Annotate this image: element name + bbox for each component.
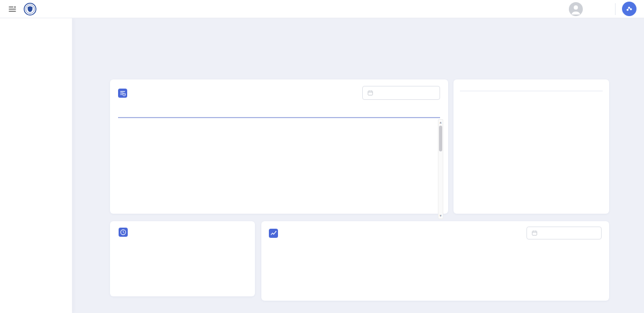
facility-tabs-underline [460, 90, 603, 91]
platform-logo-icon [24, 3, 36, 16]
top-header [0, 0, 644, 18]
calendar-icon [367, 90, 374, 96]
month-picker-input[interactable] [362, 86, 440, 100]
announcements-table: ▲ ▼ [118, 105, 440, 218]
today-panel [110, 221, 255, 296]
table-header-row [118, 105, 440, 118]
scrollbar-thumb[interactable] [439, 126, 442, 151]
scroll-up-icon[interactable]: ▲ [439, 120, 442, 125]
year-picker-input[interactable] [526, 227, 602, 239]
collapse-menu-icon[interactable] [6, 3, 18, 15]
header-divider [615, 3, 616, 15]
table-body [118, 118, 440, 218]
share-network-button[interactable] [622, 2, 636, 16]
announcement-icon [118, 89, 127, 98]
calendar-icon [531, 230, 538, 236]
table-scrollbar[interactable]: ▲ ▼ [438, 119, 443, 219]
avatar[interactable] [569, 2, 583, 16]
facilities-panel [453, 79, 609, 214]
trend-icon [269, 229, 278, 238]
main-content: ▲ ▼ [72, 18, 644, 313]
clock-icon [119, 228, 128, 237]
scroll-down-icon[interactable]: ▼ [439, 213, 442, 219]
trend-panel [261, 221, 609, 301]
announcements-panel: ▲ ▼ [110, 79, 448, 214]
sidebar-nav [0, 18, 72, 313]
